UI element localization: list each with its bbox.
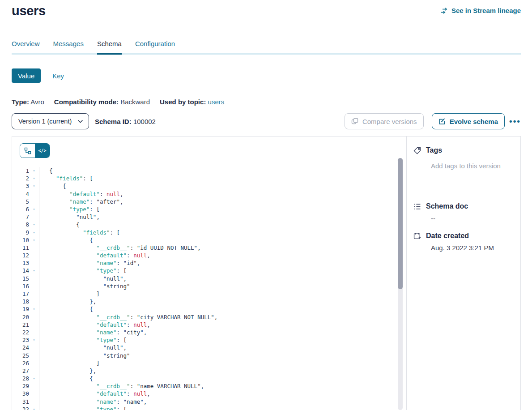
add-tags-input[interactable] xyxy=(431,162,515,173)
line-number: 3 xyxy=(12,182,29,190)
line-number: 18 xyxy=(12,298,29,305)
fold-toggle-icon[interactable]: ▾ xyxy=(29,236,39,244)
code-line: 19▾ { xyxy=(12,305,397,313)
line-number: 28 xyxy=(12,375,29,382)
code-text: "string" xyxy=(39,282,397,290)
meta-type-label: Type: xyxy=(12,98,29,106)
code-line: 15 "null", xyxy=(12,275,397,282)
code-view-icon: </> xyxy=(38,148,46,153)
line-number: 31 xyxy=(12,398,29,406)
fold-spacer xyxy=(29,313,39,321)
key-toggle-link[interactable]: Key xyxy=(52,72,64,80)
code-text: "type": [ xyxy=(39,336,397,344)
date-created-icon xyxy=(413,232,421,240)
code-text: ] xyxy=(39,359,397,367)
schema-page: users See in Stream lineage Overview Mes… xyxy=(0,0,532,410)
compare-versions-button[interactable]: Compare versions xyxy=(345,113,424,129)
fold-spacer xyxy=(29,282,39,290)
fold-spacer xyxy=(29,275,39,282)
tree-view-button[interactable] xyxy=(20,144,35,158)
line-number: 12 xyxy=(12,252,29,259)
fold-toggle-icon[interactable]: ▾ xyxy=(29,205,39,213)
line-number: 16 xyxy=(12,282,29,290)
code-editor[interactable]: 1▾{2▾ "fields": [3▾ {4 "default": null,5… xyxy=(12,167,397,410)
code-text: }, xyxy=(39,367,397,375)
line-number: 11 xyxy=(12,244,29,252)
fold-toggle-icon[interactable]: ▾ xyxy=(29,305,39,313)
fold-spacer xyxy=(29,213,39,221)
version-select[interactable]: Version 1 (current) xyxy=(12,113,89,129)
line-number: 27 xyxy=(12,367,29,375)
line-number: 20 xyxy=(12,313,29,321)
code-text: "__crdb__": "city VARCHAR NOT NULL", xyxy=(39,313,397,321)
schema-doc-icon xyxy=(413,203,421,210)
code-line: 8▾ { xyxy=(12,221,397,228)
more-options-icon: ••• xyxy=(509,116,521,126)
scrollbar-thumb[interactable] xyxy=(398,158,403,289)
fold-toggle-icon[interactable]: ▾ xyxy=(29,375,39,382)
code-line: 26 ] xyxy=(12,359,397,367)
code-line: 24 "null", xyxy=(12,344,397,351)
fold-toggle-icon[interactable]: ▾ xyxy=(29,175,39,182)
tab-messages[interactable]: Messages xyxy=(53,40,84,53)
fold-spacer xyxy=(29,259,39,267)
meta-compatibility-value: Backward xyxy=(120,98,150,106)
meta-compatibility: Compatibility mode: Backward xyxy=(54,98,150,106)
code-scrollbar[interactable] xyxy=(398,158,403,410)
schema-content: </> 1▾{2▾ "fields": [3▾ {4 "default": nu… xyxy=(12,136,521,410)
code-text: "default": null, xyxy=(39,390,397,397)
code-text: "__crdb__": "id UUID NOT NULL", xyxy=(39,244,397,252)
fold-spacer xyxy=(29,290,39,298)
code-line: 4 "default": null, xyxy=(12,190,397,198)
schema-meta: Type: Avro Compatibility mode: Backward … xyxy=(12,98,224,106)
code-text: "type": [ xyxy=(39,267,397,274)
tab-configuration[interactable]: Configuration xyxy=(135,40,175,53)
value-toggle-button[interactable]: Value xyxy=(12,68,41,83)
more-options-button[interactable]: ••• xyxy=(509,113,521,129)
compare-icon xyxy=(351,118,358,125)
code-text: ] xyxy=(39,290,397,298)
code-line: 25 "string" xyxy=(12,352,397,359)
code-line: 1▾{ xyxy=(12,167,397,175)
stream-lineage-link[interactable]: See in Stream lineage xyxy=(440,7,521,14)
fold-toggle-icon[interactable]: ▾ xyxy=(29,229,39,236)
meta-type-value: Avro xyxy=(30,98,44,106)
tags-section: Tags xyxy=(413,146,515,173)
line-number: 25 xyxy=(12,352,29,359)
code-text: "default": null, xyxy=(39,190,397,198)
meta-topic-label: Used by topic: xyxy=(160,98,206,106)
code-lines: 1▾{2▾ "fields": [3▾ {4 "default": null,5… xyxy=(12,167,397,410)
fold-toggle-icon[interactable]: ▾ xyxy=(29,406,39,410)
tab-overview[interactable]: Overview xyxy=(12,40,40,53)
code-line: 20 "__crdb__": "city VARCHAR NOT NULL", xyxy=(12,313,397,321)
fold-spacer xyxy=(29,390,39,397)
code-line: 12 "default": null, xyxy=(12,252,397,259)
code-text: "name": "city", xyxy=(39,329,397,336)
fold-toggle-icon[interactable]: ▾ xyxy=(29,167,39,175)
schema-doc-value: -- xyxy=(431,214,515,222)
topic-link[interactable]: users xyxy=(208,98,225,106)
fold-toggle-icon[interactable]: ▾ xyxy=(29,267,39,274)
code-line: 27 }, xyxy=(12,367,397,375)
line-number: 13 xyxy=(12,259,29,267)
line-number: 30 xyxy=(12,390,29,397)
tab-schema[interactable]: Schema xyxy=(97,40,122,53)
line-number: 8 xyxy=(12,221,29,228)
fold-toggle-icon[interactable]: ▾ xyxy=(29,221,39,228)
code-line: 7 "null", xyxy=(12,213,397,221)
stream-lineage-icon xyxy=(440,8,448,14)
line-number: 4 xyxy=(12,190,29,198)
code-text: "string" xyxy=(39,352,397,359)
schema-controls: Version 1 (current) Schema ID: 100002 Co… xyxy=(12,113,521,129)
line-number: 24 xyxy=(12,344,29,351)
code-text: "fields": [ xyxy=(39,175,397,182)
fold-toggle-icon[interactable]: ▾ xyxy=(29,336,39,344)
evolve-schema-button[interactable]: Evolve schema xyxy=(432,113,505,129)
code-text: "fields": [ xyxy=(39,229,397,236)
fold-spacer xyxy=(29,382,39,390)
fold-spacer xyxy=(29,367,39,375)
fold-toggle-icon[interactable]: ▾ xyxy=(29,182,39,190)
code-view-button[interactable]: </> xyxy=(35,144,50,158)
line-number: 10 xyxy=(12,236,29,244)
fold-spacer xyxy=(29,298,39,305)
